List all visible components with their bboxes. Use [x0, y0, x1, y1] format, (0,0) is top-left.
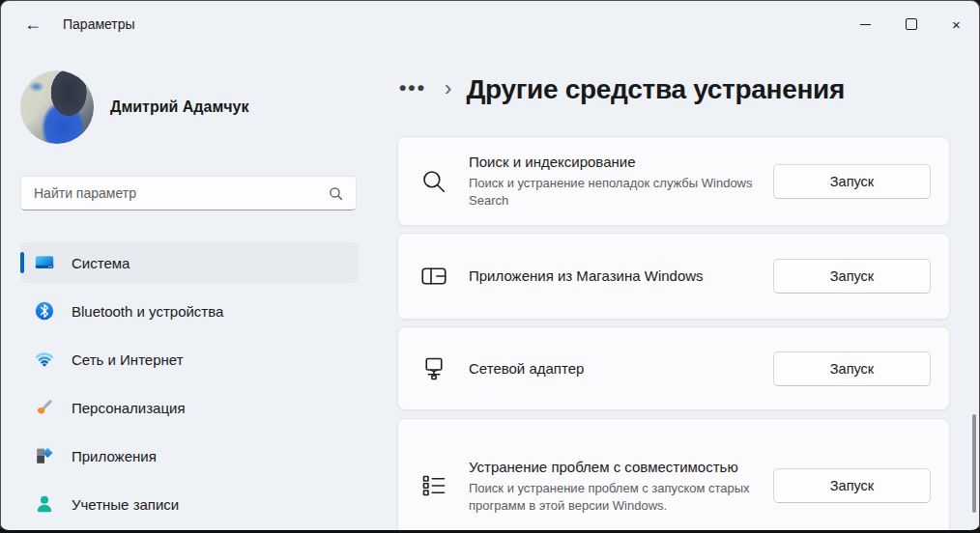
run-button[interactable]: Запуск — [773, 351, 931, 386]
compatibility-list-icon — [398, 471, 469, 500]
run-button[interactable]: Запуск — [773, 259, 931, 294]
personalization-brush-icon — [34, 397, 55, 418]
close-button[interactable]: × — [934, 1, 979, 47]
main-content: ••• › Другие средства устранения Поиск и… — [378, 47, 979, 530]
window-controls: × — [843, 1, 979, 47]
run-button[interactable]: Запуск — [773, 164, 931, 199]
card-text: Поиск и индексирование Поиск и устранени… — [469, 153, 773, 210]
sidebar-item-label: Сеть и Интернет — [72, 351, 184, 368]
settings-search — [20, 176, 357, 210]
user-profile[interactable]: Дмитрий Адамчук — [20, 70, 359, 144]
user-name: Дмитрий Адамчук — [110, 98, 248, 116]
network-adapter-icon — [398, 354, 469, 383]
system-icon — [34, 252, 55, 273]
run-button[interactable]: Запуск — [773, 468, 931, 503]
maximize-icon — [906, 18, 917, 30]
sidebar-item-bluetooth[interactable]: Bluetooth и устройства — [20, 291, 359, 331]
minimize-icon — [860, 24, 871, 25]
sidebar-item-label: Персонализация — [72, 400, 186, 416]
minimize-button[interactable] — [843, 1, 888, 47]
card-text: Сетевой адаптер — [469, 359, 773, 379]
page-title: Другие средства устранения — [466, 74, 845, 105]
card-title: Устранение проблем с совместимостью — [469, 458, 759, 477]
page-header: ••• › Другие средства устранения — [397, 74, 845, 105]
search-icon — [398, 167, 469, 196]
troubleshooter-card-network-adapter: Сетевой адаптер Запуск — [397, 326, 950, 410]
store-apps-icon — [398, 262, 469, 291]
card-text: Приложения из Магазина Windows — [469, 266, 773, 286]
sidebar: Дмитрий Адамчук — [1, 47, 378, 530]
app-title: Параметры — [63, 16, 135, 32]
troubleshooter-card-compatibility: Устранение проблем с совместимостью Поис… — [397, 418, 950, 533]
sidebar-item-label: Bluetooth и устройства — [72, 303, 223, 320]
card-description: Поиск и устранение неполадок службы Wind… — [469, 175, 764, 210]
sidebar-item-personalization[interactable]: Персонализация — [20, 387, 359, 428]
troubleshooter-card-store-apps: Приложения из Магазина Windows Запуск — [397, 233, 950, 320]
card-text: Устранение проблем с совместимостью Поис… — [469, 458, 773, 515]
sidebar-item-label: Приложения — [72, 448, 157, 464]
maximize-button[interactable] — [888, 1, 934, 47]
troubleshooter-list: Поиск и индексирование Поиск и устранени… — [397, 136, 950, 533]
titlebar: ← Параметры × — [1, 1, 979, 47]
sidebar-item-label: Учетные записи — [72, 496, 179, 513]
sidebar-item-network[interactable]: Сеть и Интернет — [20, 339, 359, 379]
card-title: Поиск и индексирование — [469, 153, 759, 172]
accounts-person-icon — [34, 493, 55, 515]
bluetooth-icon — [34, 300, 55, 322]
apps-icon — [34, 445, 55, 466]
card-title: Приложения из Магазина Windows — [469, 266, 759, 286]
sidebar-item-label: Система — [72, 255, 130, 271]
back-button[interactable]: ← — [16, 9, 49, 40]
breadcrumb-overflow-button[interactable]: ••• — [397, 75, 428, 105]
troubleshooter-card-search-indexing: Поиск и индексирование Поиск и устранени… — [397, 136, 950, 226]
card-title: Сетевой адаптер — [469, 359, 759, 379]
card-description: Поиск и устранение проблем с запуском ст… — [469, 480, 764, 515]
avatar — [20, 70, 94, 144]
sidebar-item-accounts[interactable]: Учетные записи — [20, 484, 359, 524]
vertical-scrollbar-thumb[interactable] — [972, 414, 976, 513]
sidebar-item-apps[interactable]: Приложения — [20, 435, 359, 476]
network-icon — [34, 349, 55, 370]
search-input[interactable] — [21, 177, 356, 210]
close-icon: × — [952, 17, 961, 32]
settings-window: ← Параметры × Дмитрий Адамчук — [0, 0, 980, 533]
sidebar-nav: Система Bluetooth и устройства — [20, 242, 359, 524]
sidebar-item-system[interactable]: Система — [20, 242, 359, 283]
chevron-right-icon: › — [445, 78, 451, 102]
